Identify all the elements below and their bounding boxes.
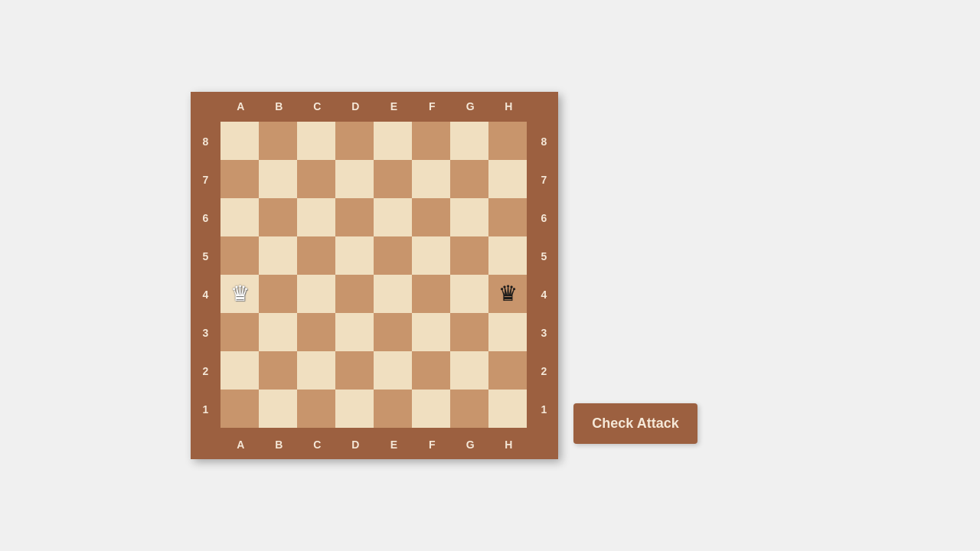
- cell-A2[interactable]: [220, 351, 259, 390]
- cell-C2[interactable]: [297, 351, 335, 390]
- row-label-3: 3: [529, 314, 558, 352]
- cell-E2[interactable]: [374, 351, 412, 390]
- col-label-a: A: [221, 439, 260, 451]
- col-label-h: H: [489, 439, 528, 451]
- cell-D3[interactable]: [335, 313, 374, 351]
- col-label-d: D: [336, 439, 374, 451]
- cell-H5[interactable]: [488, 236, 527, 275]
- board-container: ABCDEFGH 87654321 ♛♛ 87654321 ABCDEFGH: [191, 92, 558, 459]
- col-label-d: D: [336, 100, 374, 112]
- cell-B5[interactable]: [259, 236, 297, 275]
- cell-H7[interactable]: [488, 160, 527, 198]
- cell-C4[interactable]: [297, 275, 335, 313]
- cell-H3[interactable]: [488, 313, 527, 351]
- cell-B4[interactable]: [259, 275, 297, 313]
- col-label-a: A: [221, 100, 260, 112]
- cell-E5[interactable]: [374, 236, 412, 275]
- cell-F7[interactable]: [412, 160, 450, 198]
- row-label-4: 4: [529, 276, 558, 314]
- corner-br: [529, 430, 558, 459]
- cell-A1[interactable]: [220, 390, 259, 428]
- corner-bl: [191, 430, 220, 459]
- cell-A8[interactable]: [220, 122, 259, 160]
- col-label-c: C: [298, 100, 336, 112]
- cell-B1[interactable]: [259, 390, 297, 428]
- cell-G6[interactable]: [450, 198, 488, 236]
- cell-H4[interactable]: ♛: [488, 275, 527, 313]
- cell-C8[interactable]: [297, 122, 335, 160]
- row-label-1: 1: [191, 390, 220, 429]
- cell-G5[interactable]: [450, 236, 488, 275]
- col-label-f: F: [413, 100, 451, 112]
- cell-F5[interactable]: [412, 236, 450, 275]
- cell-A3[interactable]: [220, 313, 259, 351]
- cell-G8[interactable]: [450, 122, 488, 160]
- row-labels-left: 87654321: [191, 121, 220, 430]
- cell-B7[interactable]: [259, 160, 297, 198]
- row-label-8: 8: [191, 122, 220, 161]
- cell-B6[interactable]: [259, 198, 297, 236]
- col-label-e: E: [374, 439, 413, 451]
- cell-H6[interactable]: [488, 198, 527, 236]
- cell-E7[interactable]: [374, 160, 412, 198]
- row-label-4: 4: [191, 276, 220, 314]
- cell-F1[interactable]: [412, 390, 450, 428]
- cell-C7[interactable]: [297, 160, 335, 198]
- row-label-7: 7: [191, 161, 220, 199]
- cell-D5[interactable]: [335, 236, 374, 275]
- cell-E8[interactable]: [374, 122, 412, 160]
- row-label-5: 5: [529, 237, 558, 276]
- chess-board: ♛♛: [220, 121, 529, 430]
- cell-F6[interactable]: [412, 198, 450, 236]
- cell-A4[interactable]: ♛: [220, 275, 259, 313]
- check-attack-button[interactable]: Check Attack: [573, 403, 697, 444]
- cell-E1[interactable]: [374, 390, 412, 428]
- col-label-g: G: [451, 100, 489, 112]
- cell-G3[interactable]: [450, 313, 488, 351]
- cell-A6[interactable]: [220, 198, 259, 236]
- cell-E4[interactable]: [374, 275, 412, 313]
- cell-G7[interactable]: [450, 160, 488, 198]
- cell-B2[interactable]: [259, 351, 297, 390]
- row-labels-right: 87654321: [529, 121, 558, 430]
- col-label-h: H: [489, 100, 528, 112]
- col-labels-bottom: ABCDEFGH: [220, 430, 529, 459]
- cell-G2[interactable]: [450, 351, 488, 390]
- cell-D1[interactable]: [335, 390, 374, 428]
- cell-C3[interactable]: [297, 313, 335, 351]
- corner-tr: [529, 92, 558, 121]
- row-label-1: 1: [529, 390, 558, 429]
- cell-F3[interactable]: [412, 313, 450, 351]
- col-label-c: C: [298, 439, 336, 451]
- board-outer: ABCDEFGH 87654321 ♛♛ 87654321 ABCDEFGH: [191, 92, 558, 459]
- cell-H2[interactable]: [488, 351, 527, 390]
- cell-D6[interactable]: [335, 198, 374, 236]
- col-label-g: G: [451, 439, 489, 451]
- row-label-8: 8: [529, 122, 558, 161]
- cell-A7[interactable]: [220, 160, 259, 198]
- cell-G1[interactable]: [450, 390, 488, 428]
- cell-H8[interactable]: [488, 122, 527, 160]
- cell-B3[interactable]: [259, 313, 297, 351]
- row-label-6: 6: [191, 199, 220, 237]
- cell-C1[interactable]: [297, 390, 335, 428]
- cell-F8[interactable]: [412, 122, 450, 160]
- cell-G4[interactable]: [450, 275, 488, 313]
- cell-B8[interactable]: [259, 122, 297, 160]
- cell-C5[interactable]: [297, 236, 335, 275]
- page-wrapper: ABCDEFGH 87654321 ♛♛ 87654321 ABCDEFGH C…: [191, 92, 697, 459]
- cell-H1[interactable]: [488, 390, 527, 428]
- cell-D2[interactable]: [335, 351, 374, 390]
- cell-D4[interactable]: [335, 275, 374, 313]
- cell-A5[interactable]: [220, 236, 259, 275]
- cell-F2[interactable]: [412, 351, 450, 390]
- cell-D7[interactable]: [335, 160, 374, 198]
- col-labels-top: ABCDEFGH: [220, 92, 529, 121]
- col-label-e: E: [374, 100, 413, 112]
- cell-C6[interactable]: [297, 198, 335, 236]
- cell-F4[interactable]: [412, 275, 450, 313]
- white-queen-a4: ♛: [230, 283, 250, 305]
- cell-E6[interactable]: [374, 198, 412, 236]
- cell-E3[interactable]: [374, 313, 412, 351]
- cell-D8[interactable]: [335, 122, 374, 160]
